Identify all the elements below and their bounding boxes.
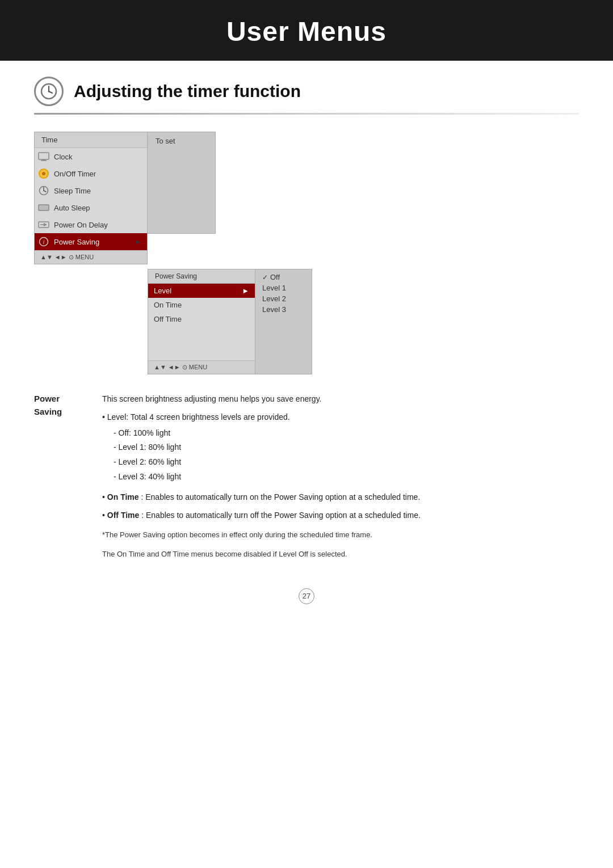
desc-label-line1: Power — [34, 394, 60, 403]
description-area: Power Saving This screen brightness adju… — [34, 393, 579, 566]
menu2-nav: ▲▼ ◄► ⊙ MENU — [148, 360, 255, 374]
on-time-bold: On Time — [107, 492, 139, 502]
desc-level3: - Level 3: 40% light — [114, 470, 421, 484]
auto-sleep-icon — [38, 202, 49, 213]
menu1-box: Time Clock On/Off Timer — [34, 132, 148, 264]
menu1-auto-sleep-label: Auto Sleep — [54, 204, 90, 212]
info-icon: i — [38, 236, 49, 247]
header-bar: User Menus — [0, 0, 613, 61]
clock-svg — [40, 82, 58, 100]
menu1-power-saving-arrow: ► — [135, 238, 141, 245]
menu2-option-off: ✓ Off — [262, 273, 305, 281]
menu2-level-arrow: ► — [242, 286, 249, 295]
page-number: 27 — [299, 588, 314, 604]
menu1-onoff-label: On/Off Timer — [54, 170, 96, 178]
menu2-item-on-time[interactable]: On Time — [148, 298, 255, 312]
menu1-item-auto-sleep[interactable]: Auto Sleep — [35, 199, 147, 216]
menu2-option-level2: Level 2 — [262, 294, 305, 303]
menu2-nav-text: ▲▼ ◄► ⊙ MENU — [154, 364, 207, 370]
off-time-bold: Off Time — [107, 511, 140, 520]
menu2-item-level[interactable]: Level ► — [148, 284, 255, 298]
svg-rect-12 — [39, 205, 49, 210]
menu1-right-text: To set — [156, 137, 175, 145]
desc-level2: - Level 2: 60% light — [114, 456, 421, 469]
option-off-label: Off — [270, 273, 280, 281]
circle-dot-icon — [38, 168, 49, 179]
svg-marker-15 — [44, 223, 47, 226]
page-title: User Menus — [0, 16, 613, 47]
menu2-on-time-label: On Time — [154, 301, 182, 309]
menu2-right-panel: ✓ Off Level 1 Level 2 Level 3 — [255, 269, 312, 374]
menu2-row: Power Saving Level ► On Time Off Time ▲▼… — [148, 269, 312, 374]
menu1-power-saving-label: Power Saving — [54, 238, 99, 246]
section-divider — [34, 113, 579, 115]
desc-note1: *The Power Saving option becomes in effe… — [102, 529, 421, 541]
desc-bullet-level: • Level: Total 4 screen brightness level… — [102, 411, 421, 424]
option-level1-label: Level 1 — [262, 284, 286, 292]
desc-content: This screen brightness adjusting menu he… — [102, 393, 421, 566]
menu2-off-time-label: Off Time — [154, 315, 182, 323]
menu1-item-power-on-delay[interactable]: Power On Delay — [35, 216, 147, 233]
desc-note2: The On Time and Off Time menus become di… — [102, 548, 421, 561]
clock-section-icon — [34, 77, 64, 106]
desc-label-line2: Saving — [34, 407, 62, 416]
desc-intro: This screen brightness adjusting menu he… — [102, 393, 421, 406]
sleep-clock-icon — [38, 185, 49, 196]
menu1-items: Clock On/Off Timer Sleep Time — [35, 148, 147, 250]
menu1-title: Time — [35, 132, 147, 148]
menu1-item-clock[interactable]: Clock — [35, 148, 147, 165]
svg-rect-4 — [39, 153, 49, 159]
menu2-title: Power Saving — [148, 269, 255, 284]
menu1-clock-label: Clock — [54, 153, 73, 161]
desc-level1: - Level 1: 80% light — [114, 441, 421, 454]
section-title-row: Adjusting the timer function — [0, 61, 613, 106]
option-level3-label: Level 3 — [262, 305, 286, 314]
menu1-item-onoff-timer[interactable]: On/Off Timer — [35, 165, 147, 182]
menu1-item-power-saving[interactable]: i Power Saving ► — [35, 233, 147, 250]
menu2-item-off-time[interactable]: Off Time — [148, 312, 255, 326]
menu2-level-label: Level — [154, 286, 171, 295]
menu1-power-on-delay-label: Power On Delay — [54, 221, 108, 229]
svg-point-8 — [42, 172, 45, 175]
page-number-area: 27 — [0, 588, 613, 604]
menu1-right-panel: To set — [148, 132, 216, 234]
svg-line-11 — [44, 191, 46, 192]
svg-point-3 — [48, 91, 50, 92]
menu1-nav-text: ▲▼ ◄► ⊙ MENU — [40, 254, 94, 261]
power-on-delay-icon — [38, 219, 49, 230]
desc-off-time: • Off Time : Enables to automatically tu… — [102, 509, 421, 523]
menu2-box: Power Saving Level ► On Time Off Time ▲▼… — [148, 269, 255, 374]
menu2-option-level1: Level 1 — [262, 284, 305, 292]
menu1-sleep-label: Sleep Time — [54, 187, 91, 195]
section-title: Adjusting the timer function — [74, 82, 301, 101]
checkmark-off: ✓ — [262, 273, 268, 281]
monitor-icon — [38, 151, 49, 162]
desc-off: - Off: 100% light — [114, 427, 421, 440]
desc-on-time: • On Time : Enables to automatically tur… — [102, 491, 421, 504]
menu1-container: Time Clock On/Off Timer — [34, 132, 216, 264]
menu2-wrap: Power Saving Level ► On Time Off Time ▲▼… — [148, 269, 312, 374]
svg-text:i: i — [43, 238, 44, 245]
option-level2-label: Level 2 — [262, 294, 286, 303]
menu1-nav: ▲▼ ◄► ⊙ MENU — [35, 250, 147, 264]
desc-label: Power Saving — [34, 393, 85, 566]
menus-area: Time Clock On/Off Timer — [0, 132, 613, 374]
menu1-item-sleep-time[interactable]: Sleep Time — [35, 182, 147, 199]
menu2-option-level3: Level 3 — [262, 305, 305, 314]
